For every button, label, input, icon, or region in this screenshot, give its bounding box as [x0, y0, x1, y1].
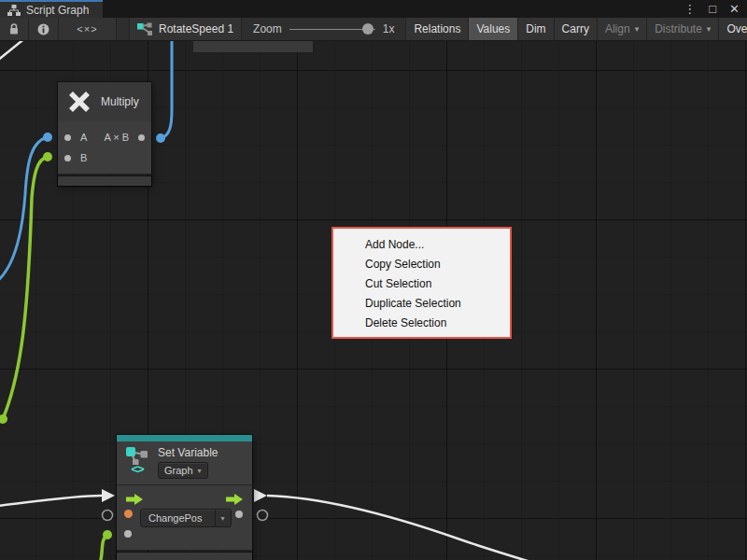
- node-multiply[interactable]: Multiply A A × B B: [58, 82, 151, 186]
- graph-toolbar: <×> RotateSpeed 1 Zoom 1x Relations Valu…: [0, 18, 747, 41]
- code-tag-icon: <>: [131, 465, 143, 474]
- window-controls: ⋮ □ ✕: [684, 0, 747, 18]
- port-row-a: A A × B: [58, 127, 151, 147]
- values-button[interactable]: Values: [469, 18, 518, 40]
- port-label-product: A × B: [104, 132, 129, 143]
- graph-reference-icon: [137, 22, 152, 35]
- dim-button[interactable]: Dim: [518, 18, 554, 40]
- chevron-down-icon: ▾: [635, 24, 640, 34]
- tab-title: Script Graph: [26, 4, 89, 17]
- distribute-button[interactable]: Distribute ▾: [647, 18, 719, 40]
- exec-output-arrow[interactable]: [226, 494, 243, 505]
- tab-script-graph[interactable]: Script Graph: [0, 0, 103, 18]
- values-label: Values: [476, 22, 510, 35]
- node-set-variable[interactable]: <> Set Variable Graph ▾: [117, 435, 252, 560]
- multiply-body: A A × B B: [58, 121, 151, 174]
- close-icon[interactable]: ✕: [729, 3, 740, 15]
- lock-button[interactable]: [0, 18, 29, 40]
- wire-green-bottom: [100, 535, 107, 560]
- wire-white-topleft: [0, 41, 26, 61]
- port-dot-green-b[interactable]: [43, 152, 52, 161]
- context-menu: Add Node... Copy Selection Cut Selection…: [331, 227, 512, 339]
- chevron-down-icon: ▾: [707, 24, 712, 34]
- window-menu-icon[interactable]: ⋮: [684, 3, 696, 15]
- align-button[interactable]: Align ▾: [598, 18, 647, 40]
- wire-blue-right: [161, 41, 172, 138]
- variable-name-value: ChangePos: [141, 512, 210, 524]
- wire-green-left: [3, 157, 48, 419]
- zoom-control: Zoom 1x: [242, 18, 406, 40]
- port-ring-right[interactable]: [258, 511, 268, 521]
- node-title: Set Variable: [158, 446, 218, 459]
- overview-label: Overview: [726, 22, 747, 35]
- port-dot-blue-a[interactable]: [43, 133, 52, 142]
- exec-arrow-out[interactable]: [254, 489, 267, 502]
- relations-button[interactable]: Relations: [406, 18, 469, 40]
- menu-item-copy-selection[interactable]: Copy Selection: [333, 255, 510, 274]
- exec-input-arrow[interactable]: [126, 494, 143, 505]
- zoom-slider[interactable]: [289, 23, 375, 35]
- menu-item-duplicate-selection[interactable]: Duplicate Selection: [333, 294, 510, 314]
- lock-icon: [8, 22, 20, 35]
- setvar-footer: [117, 553, 252, 560]
- setvar-body: ChangePos ▾: [117, 484, 252, 550]
- info-icon: [37, 23, 49, 35]
- code-view-icon: <×>: [77, 23, 97, 35]
- output-port-product[interactable]: [138, 134, 145, 141]
- tab-bar: Script Graph ⋮ □ ✕: [0, 0, 747, 18]
- value-input-port[interactable]: [124, 510, 133, 518]
- set-variable-icon: <>: [124, 446, 150, 479]
- node-title: Multiply: [101, 95, 139, 108]
- graph-reference-button[interactable]: RotateSpeed 1: [130, 18, 242, 40]
- setvar-accent-strip: [117, 435, 252, 441]
- maximize-icon[interactable]: □: [709, 3, 716, 15]
- port-dot-green-setvar[interactable]: [103, 530, 112, 539]
- header-remnant-panel: [192, 41, 314, 53]
- multiply-x-icon: [67, 90, 92, 114]
- zoom-slider-handle[interactable]: [362, 23, 374, 35]
- align-label: Align: [605, 22, 630, 35]
- extra-input-port[interactable]: [124, 530, 132, 538]
- value-output-port[interactable]: [235, 511, 243, 518]
- menu-item-cut-selection[interactable]: Cut Selection: [333, 274, 510, 294]
- zoom-value: 1x: [383, 22, 395, 35]
- graph-reference-label: RotateSpeed 1: [159, 22, 233, 35]
- toolbar-spacer: [117, 18, 130, 40]
- graph-icon: [7, 5, 21, 16]
- wire-white-exec-out: [267, 496, 540, 560]
- chevron-down-icon: ▾: [198, 467, 202, 475]
- port-label-b: B: [80, 152, 87, 163]
- port-row-b: B: [58, 147, 151, 168]
- exec-arrow-in[interactable]: [102, 489, 115, 502]
- distribute-label: Distribute: [655, 22, 702, 35]
- wire-blue-left: [0, 137, 48, 282]
- zoom-label: Zoom: [253, 22, 282, 35]
- overview-button[interactable]: Overview: [719, 18, 747, 40]
- relations-label: Relations: [414, 22, 460, 35]
- input-port-b[interactable]: [64, 155, 71, 161]
- chevron-down-icon: ▾: [220, 514, 224, 523]
- setvar-header: <> Set Variable Graph ▾: [117, 441, 252, 484]
- port-dot-blue-product[interactable]: [156, 133, 165, 143]
- port-ring-left[interactable]: [103, 511, 113, 521]
- variable-kind-value: Graph: [164, 465, 193, 476]
- script-graph-window: Script Graph ⋮ □ ✕ <×>: [0, 0, 747, 560]
- wire-white-exec-in: [0, 496, 102, 506]
- info-button[interactable]: [29, 18, 59, 40]
- multiply-header: Multiply: [58, 82, 151, 121]
- carry-button[interactable]: Carry: [555, 18, 598, 40]
- dim-label: Dim: [526, 22, 545, 35]
- input-port-a[interactable]: [64, 134, 71, 141]
- multiply-footer: [58, 176, 151, 186]
- port-dot-green-edge[interactable]: [0, 414, 7, 424]
- variable-kind-dropdown[interactable]: Graph ▾: [158, 462, 208, 479]
- graph-canvas[interactable]: Multiply A A × B B: [0, 41, 747, 560]
- variable-name-dropdown[interactable]: ChangePos ▾: [140, 509, 232, 527]
- carry-label: Carry: [562, 22, 589, 35]
- code-view-button[interactable]: <×>: [59, 18, 117, 40]
- menu-item-delete-selection[interactable]: Delete Selection: [333, 314, 510, 333]
- menu-item-add-node[interactable]: Add Node...: [333, 235, 510, 255]
- port-label-a: A: [80, 132, 87, 143]
